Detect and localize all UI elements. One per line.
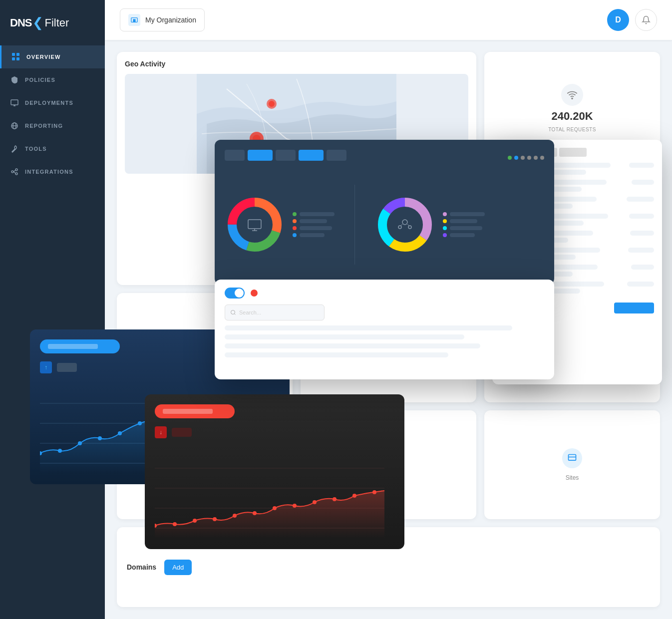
total-requests-value: 240.20K	[551, 110, 593, 123]
svg-point-60	[398, 226, 401, 229]
globe-icon	[10, 121, 19, 130]
svg-point-23	[269, 101, 275, 107]
sidebar-item-tools[interactable]: TOOLS	[0, 137, 105, 160]
donut-1-container	[225, 195, 335, 255]
sidebar-item-reporting[interactable]: REPORTING	[0, 114, 105, 137]
donut-chart-1	[225, 195, 285, 255]
logo-dns-text: DNS	[10, 16, 31, 29]
legend-item-6	[443, 219, 485, 223]
sidebar-item-deployments[interactable]: DEPLOYMENTS	[0, 91, 105, 114]
logo-area: DNS ❮ Filter	[0, 10, 105, 45]
grid-icon	[11, 52, 20, 61]
svg-point-10	[11, 171, 13, 173]
sites-icon-container	[562, 448, 582, 468]
shield-icon	[10, 75, 19, 84]
svg-point-91	[253, 511, 257, 515]
status-dot	[251, 290, 258, 297]
right-panel-cta[interactable]	[614, 303, 654, 313]
logo: DNS ❮ Filter	[10, 15, 69, 30]
svg-rect-4	[11, 100, 18, 105]
svg-point-71	[58, 449, 62, 453]
domains-add-button[interactable]: Add	[164, 560, 192, 575]
header: My Organization D	[105, 0, 672, 40]
sidebar-item-label-tools: TOOLS	[25, 146, 47, 152]
search-bar[interactable]: Search...	[225, 305, 325, 320]
blue-graph-title-placeholder	[48, 344, 98, 349]
legend-text-1	[300, 212, 335, 216]
up-arrow-icon: ↑	[40, 361, 52, 373]
legend-dot-violet	[443, 233, 447, 237]
list-line-4	[225, 352, 448, 357]
svg-rect-2	[12, 57, 15, 60]
svg-line-62	[401, 224, 402, 226]
user-avatar[interactable]: D	[607, 9, 629, 31]
sites-label: Sites	[566, 474, 579, 481]
chart-tab-1[interactable]	[225, 150, 245, 161]
sidebar-item-integrations[interactable]: INTEGRATIONS	[0, 160, 105, 183]
org-name: My Organization	[145, 16, 196, 24]
header-actions: D	[607, 9, 657, 31]
legend-text-6	[450, 219, 477, 223]
graph-badge-1	[57, 363, 77, 372]
sidebar-item-overview[interactable]: OVERVIEW	[0, 45, 105, 68]
geo-activity-title: Geo Activity	[125, 60, 468, 68]
svg-point-24	[572, 98, 573, 99]
total-requests-label: TOTAL REQUESTS	[548, 127, 596, 132]
svg-point-59	[402, 220, 407, 225]
legend-text-2	[300, 219, 327, 223]
legend-dot-purple	[443, 212, 447, 216]
graph-badge-2	[172, 428, 192, 437]
svg-point-73	[98, 436, 102, 440]
toggle-switch-1[interactable]	[225, 288, 245, 299]
svg-rect-1	[16, 53, 19, 56]
legend-item-3	[293, 226, 335, 230]
donut-chart-2	[375, 195, 435, 255]
logo-bracket: ❮	[32, 15, 43, 30]
svg-point-92	[273, 506, 277, 510]
sidebar-item-policies[interactable]: POLICIES	[0, 68, 105, 91]
legend-text-5	[450, 212, 485, 216]
dot-indicators	[508, 156, 544, 160]
sidebar-item-label-deployments: DEPLOYMENTS	[25, 100, 73, 106]
toggle-row	[225, 288, 544, 299]
red-graph-title	[155, 404, 235, 418]
chart-tab-3[interactable]	[276, 150, 296, 161]
legend-text-3	[300, 226, 332, 230]
chart-panel-tabs	[225, 150, 346, 161]
svg-point-95	[333, 497, 336, 501]
svg-point-89	[213, 517, 217, 521]
svg-point-87	[173, 522, 177, 526]
sidebar-item-label-policies: POLICIES	[25, 77, 55, 83]
notification-button[interactable]	[635, 9, 657, 31]
org-icon	[128, 14, 140, 26]
chart-tab-5[interactable]	[327, 150, 346, 161]
legend-item-7	[443, 226, 485, 230]
list-line-1	[225, 325, 512, 330]
rpt-3[interactable]	[559, 148, 587, 157]
logo-filter-text: Filter	[44, 16, 69, 29]
svg-point-12	[15, 173, 17, 175]
red-graph-title-placeholder	[163, 409, 213, 414]
org-selector[interactable]: My Organization	[120, 8, 205, 31]
chart-tab-4[interactable]	[299, 150, 324, 161]
legend-text-4	[300, 233, 325, 237]
svg-point-64	[231, 310, 235, 314]
domains-title: Domains	[127, 563, 156, 571]
svg-rect-44	[569, 455, 576, 461]
wifi-icon-container	[561, 84, 583, 106]
chart-tab-2[interactable]	[248, 150, 273, 161]
legend-dot-blue	[293, 233, 297, 237]
svg-point-93	[293, 504, 297, 508]
legend-dot-orange	[293, 219, 297, 223]
list-line-2	[225, 334, 464, 339]
red-graph-panel: ↓	[145, 394, 404, 549]
legend-text-7	[450, 226, 482, 230]
sidebar-item-label-overview: OVERVIEW	[26, 54, 61, 60]
integrations-icon	[10, 167, 19, 176]
red-line-chart	[155, 448, 384, 538]
chart-panel	[215, 140, 554, 285]
search-placeholder: Search...	[239, 310, 261, 315]
svg-point-96	[352, 494, 356, 498]
toggle-filter-panel: Search...	[215, 280, 554, 379]
svg-point-88	[193, 519, 197, 523]
